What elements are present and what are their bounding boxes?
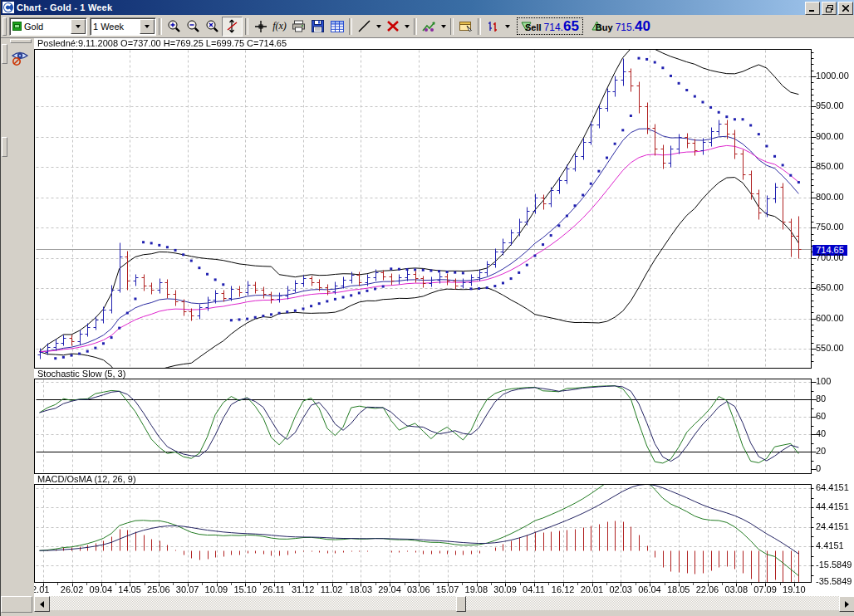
splitter-grip[interactable] bbox=[2, 44, 7, 64]
splitter-grip[interactable] bbox=[2, 137, 7, 157]
delete-x-icon bbox=[386, 20, 400, 32]
date-label: 15.07 bbox=[436, 584, 459, 594]
price-axis-label: 800.00 bbox=[816, 192, 844, 202]
toolbar-grip[interactable] bbox=[2, 17, 7, 36]
macd-axis-label: 64.4151 bbox=[816, 482, 849, 492]
zoom-in-button[interactable] bbox=[164, 17, 184, 36]
sidebar-grip[interactable] bbox=[10, 39, 32, 43]
buy-price: 715. bbox=[616, 22, 635, 33]
restore-icon bbox=[826, 5, 833, 12]
date-label: 02.03 bbox=[609, 584, 632, 594]
macd-axis-label: 24.4151 bbox=[816, 521, 849, 531]
sell-price: 714. bbox=[544, 22, 563, 33]
period-combobox[interactable]: 1 Week bbox=[90, 17, 156, 36]
indicators-button[interactable] bbox=[420, 17, 439, 36]
chart-canvas[interactable] bbox=[1, 0, 854, 616]
horizontal-scrollbar[interactable] bbox=[34, 596, 854, 610]
date-label: 29.04 bbox=[378, 584, 401, 594]
bar-style-dropdown[interactable] bbox=[503, 17, 512, 36]
zoom-in-icon bbox=[167, 19, 181, 33]
buy-price-big: 40 bbox=[635, 19, 650, 33]
bottom-left-corner-panel bbox=[1, 596, 32, 613]
chart-window: Chart - Gold - 1 Week bbox=[0, 0, 854, 616]
zoom-box-button[interactable] bbox=[203, 17, 222, 36]
scrollbar-track[interactable] bbox=[50, 596, 839, 610]
chevron-down-icon bbox=[145, 25, 150, 28]
buy-quote-button[interactable]: Buy 715. 40 bbox=[588, 18, 654, 34]
macd-pane-title: MACD/OsMA (12, 26, 9) bbox=[37, 474, 136, 484]
date-label: 18.03 bbox=[349, 584, 372, 594]
restore-button[interactable] bbox=[822, 2, 837, 15]
properties-button[interactable] bbox=[456, 17, 475, 36]
crosshair-button[interactable] bbox=[251, 17, 270, 36]
window-title: Chart - Gold - 1 Week bbox=[17, 2, 112, 12]
toolbar-separator bbox=[478, 18, 481, 35]
indicators-dropdown[interactable] bbox=[439, 17, 448, 36]
save-icon bbox=[312, 20, 324, 32]
stoch-axis-label: 0 bbox=[816, 463, 821, 473]
macd-axis-label: -15.5849 bbox=[816, 560, 852, 570]
last-bar-info: Posledné:9.11.2008 O=737.00 H=769.25 L=6… bbox=[37, 38, 287, 48]
toolbar-separator bbox=[159, 18, 162, 35]
delete-drawing-dropdown[interactable] bbox=[402, 17, 411, 36]
date-label: 19.08 bbox=[465, 584, 488, 594]
scroll-right-button[interactable] bbox=[839, 596, 854, 612]
chevron-down-icon bbox=[376, 25, 381, 28]
line-tool-button[interactable] bbox=[355, 17, 374, 36]
scroll-left-button[interactable] bbox=[34, 596, 50, 612]
hide-panel-eye-icon[interactable] bbox=[11, 47, 31, 67]
arrow-left-icon bbox=[40, 601, 44, 608]
chevron-down-icon bbox=[441, 25, 446, 28]
price-axis-label: 750.00 bbox=[816, 222, 844, 232]
bar-style-button[interactable] bbox=[483, 17, 503, 36]
date-label: 26.02 bbox=[61, 584, 84, 594]
date-label: 11.02 bbox=[321, 584, 343, 594]
fx-icon: f(x) bbox=[272, 20, 287, 32]
date-label: 25.06 bbox=[147, 584, 170, 594]
stoch-axis-label: 100 bbox=[816, 376, 831, 386]
zoom-box-icon bbox=[205, 19, 219, 33]
minimize-icon bbox=[809, 6, 816, 12]
sell-price-big: 65 bbox=[563, 19, 579, 33]
vertical-scale-icon bbox=[226, 19, 238, 33]
print-icon bbox=[292, 20, 306, 32]
vertical-scale-button[interactable] bbox=[222, 17, 243, 37]
date-label: 18.05 bbox=[667, 584, 690, 594]
zoom-out-button[interactable] bbox=[184, 17, 203, 36]
date-label: 19.10 bbox=[783, 584, 806, 594]
line-tool-dropdown[interactable] bbox=[374, 17, 383, 36]
delete-drawing-button[interactable] bbox=[383, 17, 402, 36]
properties-icon bbox=[459, 20, 474, 32]
price-axis-label: 850.00 bbox=[816, 161, 844, 171]
save-button[interactable] bbox=[308, 17, 327, 36]
period-dropdown-button[interactable] bbox=[140, 19, 155, 34]
chevron-down-icon bbox=[505, 25, 510, 28]
instrument-icon bbox=[12, 22, 22, 31]
date-label: 22.06 bbox=[696, 584, 719, 594]
symbol-dropdown-button[interactable] bbox=[71, 19, 86, 34]
date-label: 10.09 bbox=[205, 584, 228, 594]
scrollbar-thumb[interactable] bbox=[456, 596, 466, 612]
date-label: 16.12 bbox=[552, 584, 575, 594]
close-button[interactable] bbox=[838, 2, 853, 15]
formula-button[interactable]: f(x) bbox=[270, 17, 289, 36]
stoch-axis-label: 40 bbox=[816, 428, 826, 438]
data-table-button[interactable] bbox=[327, 17, 346, 36]
sell-quote-button[interactable]: Sell 714. 65 bbox=[517, 17, 583, 35]
minimize-button[interactable] bbox=[805, 2, 820, 15]
titlebar[interactable]: Chart - Gold - 1 Week bbox=[1, 0, 854, 15]
symbol-combobox[interactable]: Gold bbox=[9, 17, 87, 36]
date-label: 03.08 bbox=[724, 584, 748, 594]
print-button[interactable] bbox=[289, 17, 308, 36]
symbol-value: Gold bbox=[24, 22, 43, 32]
date-label: 20.01 bbox=[581, 584, 604, 594]
app-logo-icon bbox=[2, 2, 14, 13]
toolbar-separator bbox=[450, 18, 454, 35]
date-label: 15.10 bbox=[233, 584, 257, 594]
chevron-down-icon bbox=[405, 25, 410, 28]
arrow-right-icon bbox=[845, 601, 849, 608]
date-label: 30.09 bbox=[493, 584, 517, 594]
macd-axis-label: -35.5849 bbox=[816, 576, 852, 586]
stochastic-pane-title: Stochastic Slow (5, 3) bbox=[37, 369, 125, 379]
date-label: 31.12 bbox=[292, 584, 315, 594]
